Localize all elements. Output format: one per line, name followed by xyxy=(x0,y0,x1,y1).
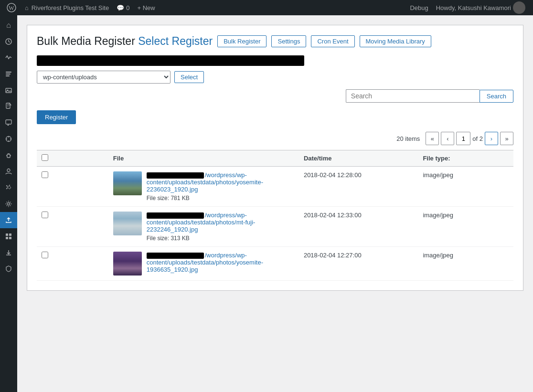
moving-media-library-button[interactable]: Moving Media Library xyxy=(360,35,431,47)
pagination-page-input[interactable] xyxy=(456,132,470,145)
pagination-next[interactable]: › xyxy=(485,132,498,145)
content-wrap: Bulk Media Register Select Register Bulk… xyxy=(27,25,523,291)
adminbar-debug-label: Debug xyxy=(410,4,428,11)
svg-rect-14 xyxy=(6,233,8,236)
table-header-datetime: Date/time xyxy=(299,150,418,167)
sidebar-item-tools[interactable] xyxy=(0,180,17,196)
adminbar-new-link[interactable]: + New xyxy=(133,0,159,15)
cron-event-button[interactable]: Cron Event xyxy=(311,35,354,47)
svg-rect-6 xyxy=(6,88,11,93)
url-redacted-bar xyxy=(147,172,204,179)
search-button[interactable]: Search xyxy=(480,90,513,103)
register-button[interactable]: Register xyxy=(37,110,76,124)
filter-row: wp-content/uploads Select xyxy=(37,55,513,84)
row-checkbox-2[interactable] xyxy=(42,252,48,258)
pagination-top: 20 items « ‹ of 2 › » xyxy=(37,132,513,145)
file-info: /wordpress/wp-content/uploads/testdata/p… xyxy=(147,212,294,242)
sidebar-item-comments[interactable] xyxy=(0,115,17,131)
table-header-file: File xyxy=(108,150,299,167)
table-header-filetype: File type: xyxy=(418,150,513,167)
row-checkbox-1[interactable] xyxy=(42,212,48,218)
pagination-last[interactable]: » xyxy=(500,132,513,145)
file-datetime: 2018-02-04 12:27:00 xyxy=(299,247,418,281)
row-checkbox-0[interactable] xyxy=(42,171,48,178)
file-type: image/jpeg xyxy=(418,207,513,247)
page-subtitle: Select Register xyxy=(138,35,213,47)
sidebar-item-pages[interactable] xyxy=(0,98,17,115)
house-icon: ⌂ xyxy=(25,4,29,11)
sidebar-item-grid[interactable] xyxy=(0,228,17,244)
sidebar-item-security[interactable] xyxy=(0,261,17,277)
adminbar-site-link[interactable]: ⌂ Riverforest Plugins Test Site xyxy=(21,0,113,15)
comments-bubble-icon: 💬 xyxy=(117,4,124,11)
sidebar-item-upload[interactable] xyxy=(0,212,17,228)
path-select[interactable]: wp-content/uploads xyxy=(37,71,171,84)
sidebar-item-media[interactable] xyxy=(0,82,17,98)
svg-point-13 xyxy=(8,203,10,205)
search-input[interactable] xyxy=(346,89,480,103)
admin-bar: W ⌂ Riverforest Plugins Test Site 💬 0 + … xyxy=(0,0,533,15)
table-header-checkbox xyxy=(37,150,108,167)
page-title: Bulk Media Register Select Register xyxy=(37,35,213,48)
file-table: File Date/time File type: /wordpress/wp-… xyxy=(37,150,513,281)
svg-rect-4 xyxy=(6,74,11,74)
file-link[interactable]: /wordpress/wp-content/uploads/testdata/p… xyxy=(147,252,263,273)
svg-point-12 xyxy=(7,169,10,172)
sidebar-item-appearance[interactable] xyxy=(0,131,17,147)
url-redacted-bar xyxy=(147,253,204,259)
adminbar-comments-count: 0 xyxy=(126,4,129,11)
file-thumbnail xyxy=(113,212,142,235)
adminbar-comments-link[interactable]: 💬 0 xyxy=(113,0,133,15)
svg-rect-5 xyxy=(6,75,10,76)
sidebar-item-updates[interactable] xyxy=(0,33,17,50)
file-link[interactable]: /wordpress/wp-content/uploads/testdata/p… xyxy=(147,212,256,233)
pagination-first[interactable]: « xyxy=(426,132,439,145)
sidebar-item-settings[interactable] xyxy=(0,196,17,212)
select-row: wp-content/uploads Select xyxy=(37,71,513,84)
file-datetime: 2018-02-04 12:28:00 xyxy=(299,167,418,207)
adminbar-debug-link[interactable]: Debug xyxy=(406,0,432,15)
adminbar-new-label: + New xyxy=(137,4,155,11)
file-size: File size: 313 KB xyxy=(147,235,294,242)
filter-bar-redacted xyxy=(37,55,304,66)
file-link[interactable]: /wordpress/wp-content/uploads/testdata/p… xyxy=(147,171,263,193)
table-row: /wordpress/wp-content/uploads/testdata/p… xyxy=(37,207,513,247)
table-row: /wordpress/wp-content/uploads/testdata/p… xyxy=(37,167,513,207)
select-all-checkbox[interactable] xyxy=(42,154,48,161)
adminbar-user-label: Howdy, Katsushi Kawamori xyxy=(436,4,511,11)
pagination-prev[interactable]: ‹ xyxy=(441,132,454,145)
url-redacted-bar xyxy=(147,212,204,219)
sidebar-item-download[interactable] xyxy=(0,244,17,261)
sidebar-item-users[interactable] xyxy=(0,163,17,180)
svg-rect-16 xyxy=(6,237,8,239)
file-datetime: 2018-02-04 12:33:00 xyxy=(299,207,418,247)
select-button[interactable]: Select xyxy=(174,71,204,83)
file-cell: /wordpress/wp-content/uploads/testdata/p… xyxy=(108,247,299,281)
bulk-register-button[interactable]: Bulk Register xyxy=(217,35,266,47)
file-thumbnail xyxy=(113,171,142,195)
svg-rect-11 xyxy=(7,154,10,158)
sidebar-item-dashboard[interactable]: ⌂ xyxy=(0,17,17,33)
svg-rect-9 xyxy=(6,120,11,124)
svg-rect-17 xyxy=(9,237,11,239)
file-size: File size: 781 KB xyxy=(147,195,294,201)
svg-rect-3 xyxy=(6,72,11,73)
wp-logo-icon[interactable]: W xyxy=(4,0,19,15)
sidebar-item-plugins[interactable] xyxy=(0,147,17,163)
admin-sidebar: ⌂ xyxy=(0,15,17,392)
file-type: image/jpeg xyxy=(418,247,513,281)
table-row: /wordpress/wp-content/uploads/testdata/p… xyxy=(37,247,513,281)
svg-text:W: W xyxy=(9,5,14,11)
file-info: /wordpress/wp-content/uploads/testdata/p… xyxy=(147,171,294,201)
adminbar-right: Debug Howdy, Katsushi Kawamori xyxy=(406,0,529,15)
file-thumbnail xyxy=(113,252,142,275)
svg-rect-15 xyxy=(9,233,11,236)
sidebar-item-activity[interactable] xyxy=(0,50,17,66)
pagination-of: of 2 xyxy=(472,135,483,142)
settings-button[interactable]: Settings xyxy=(271,35,306,47)
sidebar-item-posts[interactable] xyxy=(0,66,17,82)
main-layout: ⌂ xyxy=(0,15,533,392)
search-row: Search xyxy=(37,89,513,103)
file-cell: /wordpress/wp-content/uploads/testdata/p… xyxy=(108,207,299,247)
adminbar-user-link[interactable]: Howdy, Katsushi Kawamori xyxy=(432,0,529,15)
